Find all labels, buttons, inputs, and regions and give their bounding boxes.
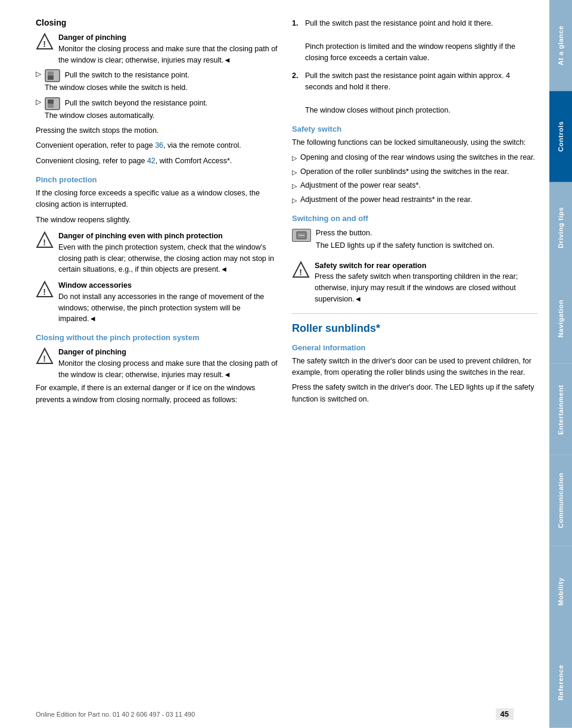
bullet-arrow-3: ▷ (292, 181, 297, 191)
bullet-arrow-1: ▷ (292, 153, 297, 163)
arrow-item-1-main: Pull the switch to the resistance point. (65, 71, 189, 80)
pinch-text-1: If the closing force exceeds a specific … (36, 188, 280, 211)
danger-icon-accessories: ! (36, 281, 54, 298)
switching-block: Press the button. The LED lights up if t… (292, 228, 537, 256)
warning-block-1: ! Danger of pinching Monitor the closing… (36, 32, 280, 66)
closing-without-heading: Closing without the pinch protection sys… (36, 333, 280, 342)
safety-item-3: ▷ Adjustment of the power rear seats*. (292, 180, 537, 191)
sidebar-tab-reference[interactable]: Reference (549, 637, 572, 728)
warning-block-safety: ! Safety switch for rear operation Press… (292, 260, 537, 305)
general-info-heading: General information (292, 343, 537, 352)
pressing-text: Pressing the switch stops the motion. (36, 125, 280, 136)
page-wrapper: Closing ! Danger of pinching Monitor the… (0, 0, 572, 728)
step-2-text: Pull the switch past the resistance poin… (305, 71, 510, 91)
danger-icon-pinch: ! (36, 231, 54, 249)
switching-text-block: Press the button. The LED lights up if t… (316, 228, 494, 256)
step-1-text: Pull the switch past the resistance poin… (305, 19, 493, 27)
warning-text-safety: Safety switch for rear operation Press t… (315, 260, 537, 305)
warning-text-pinch: Danger of pinching even with pinch prote… (58, 231, 280, 275)
general-info-text-2: Press the safety switch in the driver's … (292, 382, 537, 405)
general-info-text-1: The safety switch in the driver's door c… (292, 356, 537, 379)
footer-text: Online Edition for Part no. 01 40 2 606 … (36, 711, 195, 718)
svg-text:!: ! (43, 287, 46, 297)
page-link-36[interactable]: 36 (155, 141, 163, 150)
safety-item-1: ▷ Opening and closing of the rear window… (292, 152, 537, 163)
arrow-symbol-2: ▷ (36, 98, 41, 106)
for-example-text: For example, if there is an external dan… (36, 382, 280, 406)
page-number: 45 (496, 708, 514, 720)
svg-text:!: ! (43, 238, 46, 247)
switch-button-icon (292, 229, 311, 242)
warning-block-pinch: ! Danger of pinching even with pinch pro… (36, 231, 280, 275)
danger-icon-1: ! (36, 33, 54, 51)
sidebar-tab-navigation[interactable]: Navigation (549, 273, 572, 364)
switching-heading: Switching on and off (292, 214, 537, 223)
safety-item-4: ▷ Adjustment of the power head restraint… (292, 194, 537, 206)
step-1: 1. Pull the switch past the resistance p… (292, 18, 537, 64)
step-2: 2. Pull the switch past the resistance p… (292, 70, 537, 117)
page-footer: Online Edition for Part no. 01 40 2 606 … (0, 708, 549, 720)
arrow-symbol-1: ▷ (36, 70, 41, 78)
step-1-sub: Pinch protection is limited and the wind… (305, 42, 515, 62)
svg-text:!: ! (43, 354, 46, 363)
sidebar-tab-communication[interactable]: Communication (549, 455, 572, 546)
left-column: Closing ! Danger of pinching Monitor the… (36, 18, 280, 704)
sidebar-tab-entertainment[interactable]: Entertainment (549, 364, 572, 455)
divider (292, 313, 537, 314)
safety-switch-heading: Safety switch (292, 125, 537, 133)
svg-text:!: ! (299, 267, 302, 277)
pinch-text-2: The window reopens slightly. (36, 214, 280, 226)
arrow-item-2: ▷ Pull the switch beyond the resistance … (36, 97, 280, 122)
safety-item-2: ▷ Operation of the roller sunblinds* usi… (292, 166, 537, 178)
warning-text-accessories: Window accessories Do not install any ac… (58, 280, 280, 325)
bullet-arrow-2: ▷ (292, 167, 297, 178)
sidebar: At a glance Controls Driving tips Naviga… (549, 0, 572, 728)
svg-rect-7 (48, 99, 54, 104)
step-1-num: 1. (292, 18, 300, 64)
roller-heading: Roller sunblinds* (292, 322, 537, 335)
convenient-text-2: Convenient closing, refer to page 42, wi… (36, 155, 280, 167)
sidebar-tab-driving-tips[interactable]: Driving tips (549, 182, 572, 273)
right-column: 1. Pull the switch past the resistance p… (292, 18, 537, 704)
sidebar-tab-mobility[interactable]: Mobility (549, 546, 572, 637)
sidebar-tab-at-a-glance[interactable]: At a glance (549, 0, 572, 91)
danger-icon-closing-without: ! (36, 347, 54, 365)
warning-block-closing-without: ! Danger of pinching Monitor the closing… (36, 347, 280, 380)
switching-text-2: The LED lights up if the safety function… (316, 240, 494, 251)
arrow-item-1: ▷ Pull the switch to the resistance poin… (36, 69, 280, 94)
switch-icon-1 (45, 69, 60, 82)
warning-text-1: Danger of pinching Monitor the closing p… (58, 32, 280, 66)
svg-rect-4 (48, 76, 54, 80)
danger-icon-safety: ! (292, 261, 310, 279)
arrow-item-2-sub: The window closes automatically. (45, 111, 155, 120)
switch-icon-2 (45, 97, 60, 110)
bullet-arrow-4: ▷ (292, 195, 297, 206)
pinch-protection-heading: Pinch protection (36, 175, 280, 184)
warning-text-closing-without: Danger of pinching Monitor the closing p… (58, 347, 280, 380)
safety-switch-list: ▷ Opening and closing of the rear window… (292, 152, 537, 206)
arrow-item-1-sub: The window closes while the switch is he… (45, 83, 188, 92)
closing-heading: Closing (36, 18, 280, 27)
page-link-42[interactable]: 42 (147, 157, 156, 165)
safety-switch-text: The following functions can be locked si… (292, 137, 537, 148)
main-content: Closing ! Danger of pinching Monitor the… (0, 0, 549, 728)
step-2-sub: The window closes without pinch protecti… (305, 106, 450, 114)
arrow-item-2-main: Pull the switch beyond the resistance po… (65, 99, 208, 107)
svg-text:!: ! (43, 39, 46, 49)
step-2-num: 2. (292, 70, 300, 117)
steps-list: 1. Pull the switch past the resistance p… (292, 18, 537, 116)
convenient-text-1: Convenient operation, refer to page 36, … (36, 140, 280, 151)
sidebar-tab-controls[interactable]: Controls (549, 91, 572, 182)
switching-text-1: Press the button. (316, 228, 494, 239)
warning-block-accessories: ! Window accessories Do not install any … (36, 280, 280, 325)
